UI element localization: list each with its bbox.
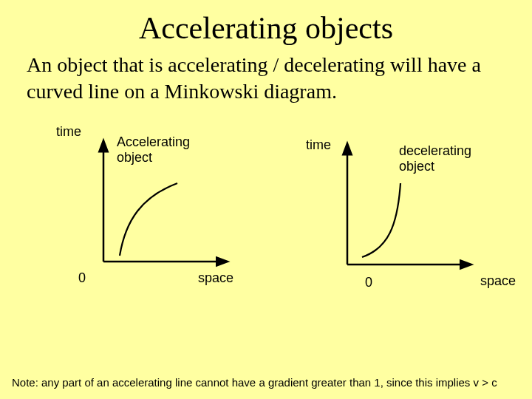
body-text: An object that is accelerating / deceler… xyxy=(0,46,532,105)
footnote: Note: any part of an accelerating line c… xyxy=(12,376,497,389)
right-origin-zero: 0 xyxy=(365,275,372,290)
page-title: Accelerating objects xyxy=(0,0,532,46)
left-curve-icon xyxy=(112,176,201,265)
left-origin-zero: 0 xyxy=(78,270,86,286)
right-curve-icon xyxy=(355,174,443,263)
right-y-axis-label: time xyxy=(306,137,331,153)
diagrams-area: time 0 space Accelerating object time 0 … xyxy=(0,123,532,307)
right-x-axis-label: space xyxy=(480,273,516,289)
left-y-axis-label: time xyxy=(56,124,81,140)
left-x-axis-label: space xyxy=(198,270,233,286)
